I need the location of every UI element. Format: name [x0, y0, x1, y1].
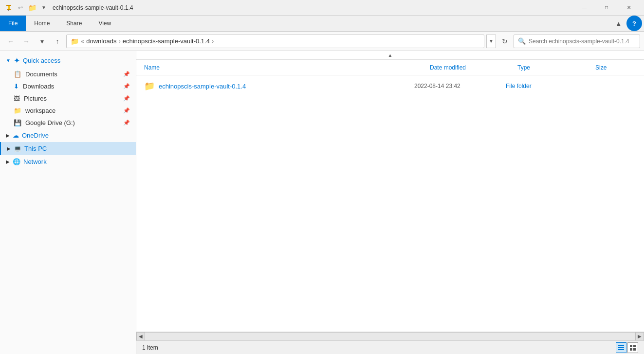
- network-label: Network: [23, 158, 47, 165]
- sidebar-item-downloads[interactable]: ⬇ Downloads 📌: [0, 80, 136, 92]
- googledrive-label: Google Drive (G:): [25, 119, 75, 126]
- recent-locations-button[interactable]: ▾: [35, 35, 49, 48]
- address-path[interactable]: 📁 « downloads › echinopscis-sample-vault…: [66, 35, 484, 48]
- pin-workspace-icon: 📌: [123, 107, 130, 114]
- path-segment-downloads[interactable]: downloads: [86, 37, 116, 45]
- status-bar: 1 item: [136, 340, 644, 354]
- help-button[interactable]: ?: [626, 16, 642, 31]
- path-chevron: ›: [118, 37, 120, 45]
- svg-rect-7: [630, 345, 632, 347]
- sidebar-item-workspace[interactable]: 📁 workspace 📌: [0, 105, 136, 117]
- file-date: 2022-08-14 23:42: [414, 83, 502, 89]
- ribbon-tabs: File Home Share View ▲ ?: [0, 16, 644, 31]
- sidebar-item-googledrive[interactable]: 💾 Google Drive (G:) 📌: [0, 117, 136, 129]
- folder-icon-title: 📁: [27, 3, 37, 13]
- path-folder-icon: 📁: [71, 37, 79, 45]
- status-item-count: 1 item: [142, 344, 616, 351]
- scroll-track[interactable]: [145, 332, 635, 341]
- view-large-icons-button[interactable]: [627, 342, 638, 353]
- svg-rect-6: [618, 349, 624, 350]
- downloads-label: Downloads: [23, 83, 54, 90]
- pin-downloads-icon: 📌: [123, 83, 130, 89]
- col-header-size[interactable]: Size: [591, 60, 640, 75]
- view-details-button[interactable]: [616, 342, 626, 353]
- pin-documents-icon: 📌: [123, 71, 130, 77]
- main-area: ▼ ✦ Quick access 📋 Documents 📌 ⬇ Downloa…: [0, 51, 644, 354]
- undo-icon[interactable]: ↩: [16, 3, 25, 13]
- svg-rect-5: [618, 347, 624, 348]
- path-separator-1: «: [81, 37, 84, 45]
- sidebar-item-onedrive[interactable]: ▶ ☁ OneDrive: [0, 129, 136, 142]
- pin-gdrive-icon: 📌: [123, 120, 130, 126]
- close-button[interactable]: ✕: [618, 0, 640, 16]
- pin-pictures-icon: 📌: [123, 95, 130, 102]
- search-box[interactable]: 🔍: [514, 35, 640, 48]
- forward-button[interactable]: →: [19, 35, 33, 48]
- ribbon-collapse-button[interactable]: ▲: [611, 20, 626, 27]
- svg-rect-4: [618, 345, 624, 346]
- onedrive-label: OneDrive: [22, 132, 49, 139]
- path-segment-vault[interactable]: echinopscis-sample-vault-0.1.4: [123, 37, 210, 45]
- col-header-date[interactable]: Date modified: [426, 60, 514, 75]
- col-header-type[interactable]: Type: [514, 60, 591, 75]
- sidebar-item-documents[interactable]: 📋 Documents 📌: [0, 68, 136, 80]
- scroll-right-button[interactable]: ▶: [635, 332, 644, 341]
- window-title: echinopscis-sample-vault-0.1.4: [53, 4, 573, 11]
- up-button[interactable]: ↑: [51, 35, 64, 48]
- network-icon: 🌐: [13, 158, 20, 165]
- tab-home[interactable]: Home: [26, 16, 58, 31]
- downloads-icon: ⬇: [14, 83, 19, 90]
- documents-icon: 📋: [14, 71, 21, 78]
- refresh-button[interactable]: ↻: [498, 35, 512, 48]
- sort-collapse-button[interactable]: ▲: [136, 51, 644, 60]
- thispc-expand-icon: ▶: [7, 146, 11, 151]
- pictures-icon: 🖼: [14, 95, 20, 102]
- maximize-button[interactable]: □: [595, 0, 618, 16]
- svg-rect-0: [6, 5, 11, 6]
- tab-share[interactable]: Share: [58, 16, 90, 31]
- dropdown-arrow-icon[interactable]: ▼: [39, 3, 49, 13]
- svg-rect-2: [7, 9, 11, 10]
- sidebar-item-pictures[interactable]: 🖼 Pictures 📌: [0, 92, 136, 105]
- documents-label: Documents: [25, 71, 57, 78]
- svg-rect-1: [8, 6, 10, 9]
- window-controls: — □ ✕: [573, 0, 640, 16]
- quick-access-expand-icon: ▼: [6, 58, 11, 63]
- tab-file[interactable]: File: [0, 16, 26, 31]
- minimize-button[interactable]: —: [573, 0, 595, 16]
- file-list: 📁 echinopscis-sample-vault-0.1.4 2022-08…: [136, 75, 644, 332]
- back-button[interactable]: ←: [4, 35, 18, 48]
- content-area: ▲ Name Date modified Type Size 📁 echinop…: [136, 51, 644, 354]
- search-input[interactable]: [529, 38, 636, 45]
- scroll-left-button[interactable]: ◀: [136, 332, 145, 341]
- view-buttons: [616, 342, 638, 353]
- col-header-name[interactable]: Name: [140, 60, 426, 75]
- address-dropdown-button[interactable]: ▼: [486, 35, 496, 48]
- sidebar-item-quick-access[interactable]: ▼ ✦ Quick access: [0, 53, 136, 68]
- svg-rect-8: [633, 345, 636, 347]
- sidebar: ▼ ✦ Quick access 📋 Documents 📌 ⬇ Downloa…: [0, 51, 136, 354]
- quick-access-label: Quick access: [23, 57, 60, 64]
- workspace-icon: 📁: [14, 107, 21, 114]
- onedrive-icon: ☁: [13, 132, 19, 139]
- svg-rect-10: [633, 348, 636, 351]
- googledrive-icon: 💾: [14, 119, 21, 126]
- address-bar: ← → ▾ ↑ 📁 « downloads › echinopscis-samp…: [0, 32, 644, 51]
- table-row[interactable]: 📁 echinopscis-sample-vault-0.1.4 2022-08…: [136, 77, 644, 95]
- file-folder-icon: 📁: [144, 81, 155, 91]
- column-headers: Name Date modified Type Size: [136, 60, 644, 75]
- file-name: echinopscis-sample-vault-0.1.4: [159, 83, 410, 90]
- tab-view[interactable]: View: [90, 16, 119, 31]
- pin-icon[interactable]: [4, 3, 14, 13]
- file-type: File folder: [506, 83, 584, 89]
- thispc-label: This PC: [24, 145, 47, 152]
- network-expand-icon: ▶: [6, 159, 10, 164]
- quick-access-icon: ✦: [14, 56, 20, 65]
- path-chevron-2: ›: [212, 37, 214, 45]
- sidebar-item-network[interactable]: ▶ 🌐 Network: [0, 155, 136, 168]
- sidebar-item-thispc[interactable]: ▶ 💻 This PC: [0, 142, 136, 155]
- pictures-label: Pictures: [24, 95, 47, 102]
- horizontal-scrollbar[interactable]: ◀ ▶: [136, 332, 644, 340]
- thispc-icon: 💻: [14, 145, 21, 152]
- svg-rect-3: [8, 10, 9, 11]
